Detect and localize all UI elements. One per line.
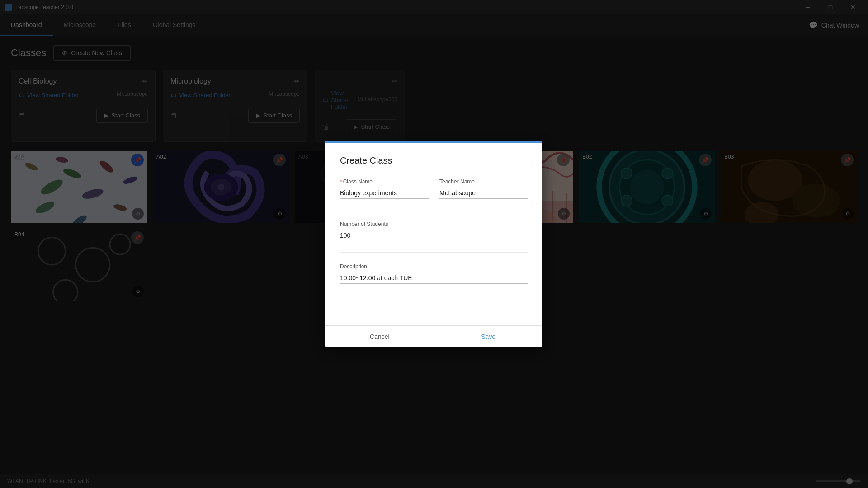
form-row-names: Class Name Teacher Name xyxy=(340,178,528,199)
num-students-field: Number of Students xyxy=(340,221,429,241)
description-field: Description xyxy=(340,263,528,284)
description-label: Description xyxy=(340,263,528,270)
teacher-name-label: Teacher Name xyxy=(439,178,528,185)
class-name-field: Class Name xyxy=(340,178,429,199)
modal-divider-2 xyxy=(340,252,528,253)
modal-divider-1 xyxy=(340,210,528,210)
num-students-input[interactable] xyxy=(340,230,429,241)
modal-body: Create Class Class Name Teacher Name Num… xyxy=(326,143,542,313)
modal-spacer xyxy=(340,295,528,313)
modal-footer: Cancel Save xyxy=(326,325,542,347)
num-students-label: Number of Students xyxy=(340,221,429,227)
class-name-input[interactable] xyxy=(340,188,429,199)
spacer-field xyxy=(439,221,528,241)
form-row-students: Number of Students xyxy=(340,221,528,241)
save-button[interactable]: Save xyxy=(434,326,543,347)
teacher-name-input[interactable] xyxy=(439,188,528,199)
form-row-description: Description xyxy=(340,263,528,284)
cancel-button[interactable]: Cancel xyxy=(326,326,434,347)
create-class-modal: Create Class Class Name Teacher Name Num… xyxy=(326,141,542,347)
modal-title: Create Class xyxy=(340,155,528,166)
description-input[interactable] xyxy=(340,272,528,284)
modal-overlay[interactable]: Create Class Class Name Teacher Name Num… xyxy=(0,0,868,488)
teacher-name-field: Teacher Name xyxy=(439,178,528,199)
class-name-label: Class Name xyxy=(340,178,429,185)
